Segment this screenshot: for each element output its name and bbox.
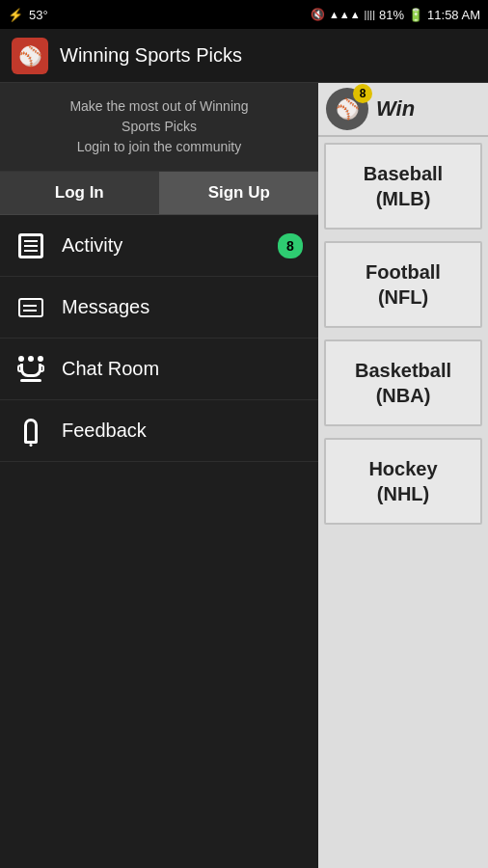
- status-right: 🔇 ▲▲▲ |||| 81% 🔋 11:58 AM: [311, 8, 480, 22]
- sport-card-label-baseball: Baseball(MLB): [364, 161, 443, 211]
- status-bar: ⚡ 53° 🔇 ▲▲▲ |||| 81% 🔋 11:58 AM: [0, 0, 488, 29]
- promo-line1: Make the most out of Winning: [69, 98, 248, 114]
- app-logo: ⚾: [12, 38, 48, 74]
- sport-card-label-hockey: Hockey(NHL): [368, 456, 437, 506]
- promo-line3: Login to join the community: [77, 139, 241, 154]
- menu-item-feedback[interactable]: Feedback: [0, 400, 318, 462]
- sport-card-football[interactable]: Football(NFL): [324, 241, 482, 328]
- signal-icon: ||||: [365, 9, 375, 20]
- temperature: 53°: [29, 8, 48, 22]
- app-title: Winning Sports Picks: [60, 44, 242, 67]
- feedback-icon: [15, 416, 46, 447]
- wifi-icon: ▲▲▲: [329, 9, 361, 20]
- menu-item-chatroom[interactable]: Chat Room: [0, 339, 318, 400]
- menu-item-messages[interactable]: Messages: [0, 277, 318, 339]
- sport-card-basketball[interactable]: Basketball(NBA): [324, 339, 482, 426]
- sport-card-hockey[interactable]: Hockey(NHL): [324, 438, 482, 525]
- battery-icon: 🔋: [408, 8, 423, 22]
- main-layout: Make the most out of Winning Sports Pick…: [0, 83, 488, 868]
- avatar: ⚾ 8: [326, 88, 368, 130]
- feedback-label: Feedback: [62, 420, 147, 442]
- promo-line2: Sports Picks: [122, 119, 197, 134]
- app-header: ⚾ Winning Sports Picks: [0, 29, 488, 83]
- clock: 11:58 AM: [427, 8, 480, 22]
- drawer: Make the most out of Winning Sports Pick…: [0, 83, 318, 868]
- mute-icon: 🔇: [311, 8, 325, 21]
- menu-item-activity[interactable]: Activity 8: [0, 215, 318, 277]
- right-panel-title: Win: [376, 96, 415, 122]
- battery-level: 81%: [379, 8, 404, 22]
- drawer-promo: Make the most out of Winning Sports Pick…: [0, 83, 318, 172]
- sport-card-label-football: Football(NFL): [366, 259, 441, 310]
- activity-icon: [15, 231, 46, 261]
- sport-card-baseball[interactable]: Baseball(MLB): [324, 143, 482, 230]
- signup-button[interactable]: Sign Up: [160, 172, 319, 214]
- usb-icon: ⚡: [8, 8, 23, 22]
- activity-badge: 8: [278, 233, 303, 258]
- messages-icon: [15, 292, 46, 323]
- status-left: ⚡ 53°: [8, 8, 48, 22]
- login-button[interactable]: Log In: [0, 172, 160, 214]
- activity-label: Activity: [62, 234, 122, 257]
- drawer-auth: Log In Sign Up: [0, 172, 318, 215]
- logo-emoji: ⚾: [18, 44, 42, 68]
- avatar-badge: 8: [353, 84, 372, 103]
- messages-label: Messages: [62, 296, 149, 318]
- chatroom-icon: [15, 354, 46, 385]
- drawer-menu: Activity 8 Messages: [0, 215, 318, 868]
- sport-card-label-basketball: Basketball(NBA): [355, 358, 451, 408]
- right-header: ⚾ 8 Win: [318, 83, 488, 137]
- chatroom-label: Chat Room: [62, 358, 159, 380]
- right-panel: ⚾ 8 Win Baseball(MLB) Football(NFL) Bask…: [318, 83, 488, 868]
